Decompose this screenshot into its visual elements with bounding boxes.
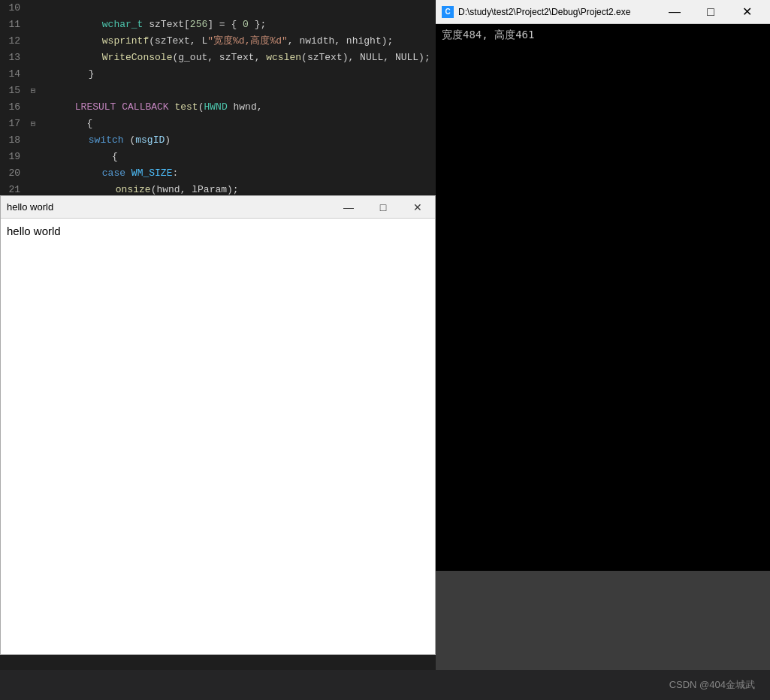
code-line-11: 11 wsprintf(szText, L"宽度%d,高度%d", nwidth…: [0, 17, 436, 33]
console-output-line: 宽度484, 高度461: [442, 27, 764, 42]
code-line-12: 12 WriteConsole(g_out, szText, wcslen(sz…: [0, 33, 436, 50]
line-number: 17: [0, 116, 26, 132]
hello-close-button[interactable]: ✕: [400, 196, 435, 219]
code-editor: 10 wchar_t szText[256] = { 0 }; 11 wspri…: [0, 0, 436, 199]
console-titlebar: C D:\study\test2\Project2\Debug\Project2…: [436, 0, 770, 24]
hello-minimize-button[interactable]: —: [331, 196, 366, 219]
hello-window-controls: — □ ✕: [331, 196, 435, 219]
watermark-text: CSDN @404金城武: [669, 678, 755, 692]
hello-maximize-button[interactable]: □: [366, 196, 400, 219]
line-number: 19: [0, 149, 26, 165]
collapse-indicator[interactable]: ⊟: [26, 83, 40, 99]
console-close-button[interactable]: ✕: [729, 0, 764, 24]
hello-world-text: hello world: [7, 225, 61, 237]
console-app-icon: C: [442, 6, 454, 18]
hello-world-window[interactable]: hello world — □ ✕ hello world: [0, 195, 436, 655]
line-number: 13: [0, 50, 26, 66]
line-number: 16: [0, 99, 26, 116]
console-maximize-button[interactable]: □: [693, 0, 728, 24]
console-minimize-button[interactable]: —: [657, 0, 692, 24]
code-line-19: 19 case WM_SIZE:: [0, 149, 436, 165]
line-content: WriteConsole(g_out, szText, wcslen(szTex…: [40, 33, 430, 83]
line-number: 18: [0, 132, 26, 149]
line-number: 14: [0, 66, 26, 83]
console-window: C D:\study\test2\Project2\Debug\Project2…: [436, 0, 770, 571]
console-scrollbar-area[interactable]: [436, 571, 770, 670]
line-number: 12: [0, 33, 26, 50]
code-line-10: 10 wchar_t szText[256] = { 0 };: [0, 0, 436, 17]
dark-background-bottom: [0, 655, 436, 670]
hello-titlebar: hello world — □ ✕: [1, 196, 435, 219]
line-number: 10: [0, 0, 26, 17]
line-number: 15: [0, 83, 26, 99]
bottom-bar: CSDN @404金城武: [0, 670, 770, 700]
console-title: D:\study\test2\Project2\Debug\Project2.e…: [458, 7, 657, 17]
console-content: 宽度484, 高度461: [436, 24, 770, 571]
hello-window-title: hello world: [1, 201, 331, 213]
hello-window-content: hello world: [1, 219, 435, 654]
code-line-20: 20 onsize(hwnd, lParam);: [0, 165, 436, 182]
line-number: 20: [0, 165, 26, 182]
console-window-controls: — □ ✕: [657, 0, 764, 24]
code-line-18: 18 {: [0, 132, 436, 149]
collapse-indicator[interactable]: ⊟: [26, 116, 40, 132]
code-line-15: 15 ⊟ LRESULT CALLBACK test(HWND hwnd,: [0, 83, 436, 99]
line-number: 11: [0, 17, 26, 33]
